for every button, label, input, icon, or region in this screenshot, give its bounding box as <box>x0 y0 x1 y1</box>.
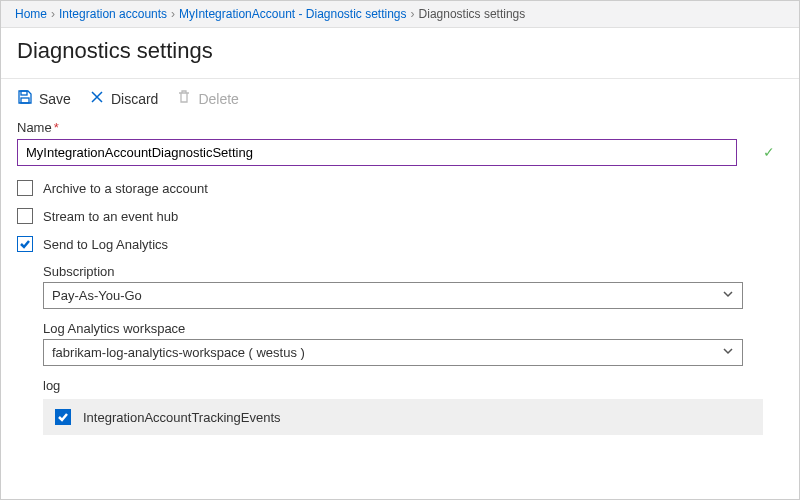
chevron-down-icon <box>722 345 734 360</box>
log-category-label: IntegrationAccountTrackingEvents <box>83 410 281 425</box>
chevron-down-icon <box>722 288 734 303</box>
subscription-select[interactable]: Pay-As-You-Go <box>43 282 743 309</box>
form-content: Name* ✓ Archive to a storage account Str… <box>1 120 799 435</box>
subscription-label: Subscription <box>43 264 783 279</box>
log-section-label: log <box>43 378 783 393</box>
discard-button[interactable]: Discard <box>89 89 158 108</box>
checkmark-icon: ✓ <box>763 144 775 160</box>
save-button[interactable]: Save <box>17 89 71 108</box>
trash-icon <box>176 89 192 108</box>
breadcrumb-account-diagnostic[interactable]: MyIntegrationAccount - Diagnostic settin… <box>179 7 406 21</box>
log-category-row: IntegrationAccountTrackingEvents <box>43 399 763 435</box>
stream-label: Stream to an event hub <box>43 209 178 224</box>
log-category-checkbox[interactable] <box>55 409 71 425</box>
discard-label: Discard <box>111 91 158 107</box>
breadcrumb-current: Diagnostics settings <box>419 7 526 21</box>
stream-checkbox[interactable] <box>17 208 33 224</box>
subscription-value: Pay-As-You-Go <box>52 288 142 303</box>
svg-rect-1 <box>21 98 29 103</box>
send-log-analytics-checkbox[interactable] <box>17 236 33 252</box>
name-label: Name* <box>17 120 783 135</box>
workspace-label: Log Analytics workspace <box>43 321 783 336</box>
delete-label: Delete <box>198 91 238 107</box>
chevron-right-icon: › <box>171 7 175 21</box>
delete-button: Delete <box>176 89 238 108</box>
name-input[interactable] <box>17 139 737 166</box>
workspace-select[interactable]: fabrikam-log-analytics-workspace ( westu… <box>43 339 743 366</box>
archive-checkbox[interactable] <box>17 180 33 196</box>
close-icon <box>89 89 105 108</box>
breadcrumb-home[interactable]: Home <box>15 7 47 21</box>
workspace-value: fabrikam-log-analytics-workspace ( westu… <box>52 345 305 360</box>
chevron-right-icon: › <box>51 7 55 21</box>
toolbar: Save Discard Delete <box>1 79 799 120</box>
svg-rect-0 <box>21 91 27 95</box>
chevron-right-icon: › <box>411 7 415 21</box>
send-log-analytics-label: Send to Log Analytics <box>43 237 168 252</box>
save-icon <box>17 89 33 108</box>
breadcrumb: Home › Integration accounts › MyIntegrat… <box>1 1 799 28</box>
breadcrumb-integration-accounts[interactable]: Integration accounts <box>59 7 167 21</box>
archive-label: Archive to a storage account <box>43 181 208 196</box>
required-indicator: * <box>54 120 59 135</box>
save-label: Save <box>39 91 71 107</box>
page-title: Diagnostics settings <box>1 28 799 78</box>
